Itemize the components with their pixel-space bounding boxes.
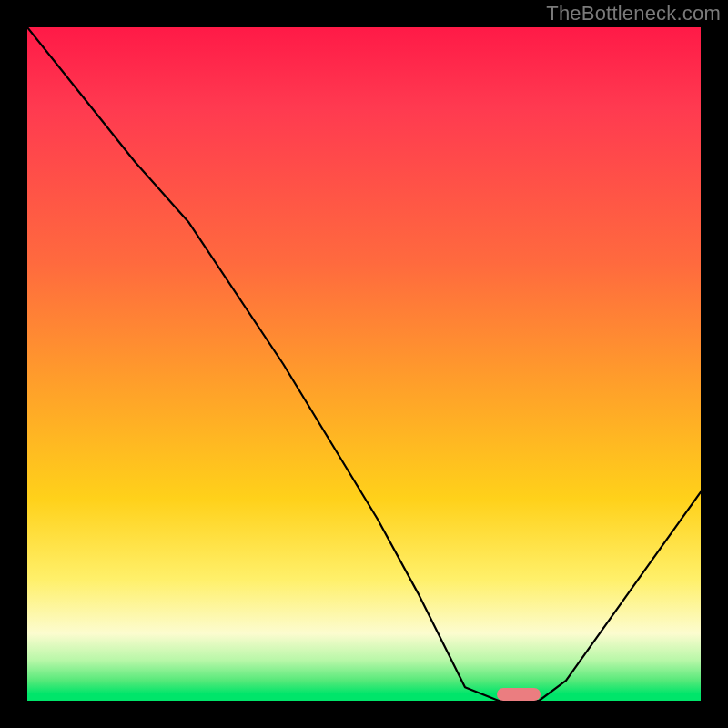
- chart-container: TheBottleneck.com: [0, 0, 728, 728]
- plot-area: [27, 27, 701, 701]
- watermark-text: TheBottleneck.com: [546, 2, 721, 25]
- curve-line: [27, 27, 701, 701]
- optimal-marker: [497, 688, 541, 701]
